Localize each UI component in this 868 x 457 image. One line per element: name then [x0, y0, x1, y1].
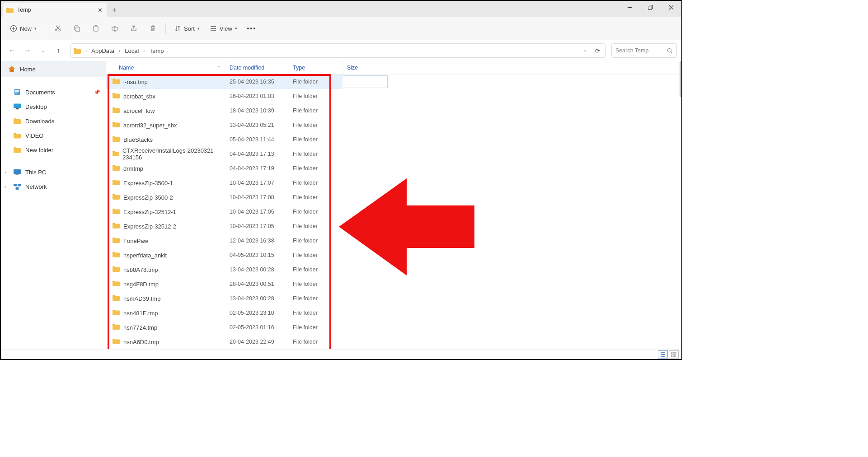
trash-icon — [149, 25, 156, 32]
sidebar-label: Documents — [25, 89, 55, 96]
new-tab-button[interactable]: ＋ — [107, 3, 122, 17]
table-row[interactable]: ~nsu.tmp25-04-2023 16:35File folder — [106, 75, 681, 89]
minimize-button[interactable] — [619, 1, 640, 14]
statusbar — [1, 349, 681, 359]
table-row[interactable]: nsb8A78.tmp13-04-2023 00:28File folder — [106, 262, 681, 277]
expander-icon[interactable]: › — [5, 170, 6, 175]
file-date: 26-04-2023 01:03 — [230, 93, 274, 99]
breadcrumb[interactable]: Temp — [149, 47, 165, 54]
paste-button[interactable] — [87, 21, 105, 36]
column-label: Type — [293, 65, 305, 71]
up-button[interactable]: ↑ — [52, 44, 65, 57]
rename-button[interactable] — [106, 21, 124, 36]
file-date: 28-04-2023 00:51 — [230, 281, 274, 287]
breadcrumb[interactable]: AppData — [90, 47, 115, 54]
table-row[interactable]: ExpressZip-32512-110-04-2023 17:05File f… — [106, 205, 681, 219]
table-row[interactable]: nsg4F8D.tmp28-04-2023 00:51File folder — [106, 277, 681, 291]
file-date: 20-04-2023 22:49 — [230, 339, 274, 345]
thumbnails-view-button[interactable] — [669, 350, 679, 359]
file-type: File folder — [293, 93, 318, 99]
table-row[interactable]: hsperfdata_ankit04-05-2023 10:15File fol… — [106, 248, 681, 262]
separator — [1, 81, 106, 81]
column-name[interactable]: Name˄ — [106, 61, 225, 74]
table-row[interactable]: nsnA6D0.tmp20-04-2023 22:49File folder — [106, 335, 681, 349]
cut-button[interactable] — [49, 21, 67, 36]
file-name: hsperfdata_ankit — [123, 252, 167, 259]
folder-icon — [113, 237, 120, 244]
folder-icon — [14, 132, 21, 139]
forward-button[interactable]: → — [21, 44, 34, 57]
file-name: ExpressZip-32512-1 — [123, 209, 176, 215]
folder-icon — [113, 208, 120, 215]
file-type: File folder — [293, 252, 318, 258]
file-type: File folder — [293, 266, 318, 273]
table-row[interactable]: nsn481E.tmp02-05-2023 23:10File folder — [106, 306, 681, 320]
maximize-button[interactable] — [640, 1, 661, 14]
recent-button[interactable]: ⌄ — [36, 44, 50, 57]
sidebar-network[interactable]: › Network — [1, 179, 106, 194]
table-row[interactable]: acrobat_sbx26-04-2023 01:03File folder — [106, 89, 681, 103]
sidebar-item[interactable]: Documents📌 — [1, 85, 106, 99]
paste-icon — [92, 25, 99, 32]
file-date: 13-04-2023 00:28 — [230, 266, 274, 273]
delete-button[interactable] — [144, 21, 162, 36]
sidebar-item[interactable]: VIDEO — [1, 128, 106, 143]
file-name: nsb8A78.tmp — [123, 266, 158, 273]
table-row[interactable]: nsmAD39.tmp13-04-2023 00:28File folder — [106, 291, 681, 306]
chevron-right-icon: › — [117, 48, 122, 53]
file-name: nsn7724.tmp — [123, 324, 157, 331]
copy-button[interactable] — [68, 21, 86, 36]
svg-point-25 — [668, 48, 671, 52]
column-type[interactable]: Type — [288, 61, 343, 74]
table-row[interactable]: ExpressZip-3500-210-04-2023 17:08File fo… — [106, 190, 681, 205]
svg-rect-30 — [671, 355, 673, 357]
file-date: 13-04-2023 00:28 — [230, 295, 274, 302]
sidebar-label: This PC — [25, 169, 46, 176]
window-tab[interactable]: Temp ✕ — [3, 3, 107, 17]
details-view-button[interactable] — [658, 350, 668, 359]
desktop-icon — [14, 103, 21, 110]
breadcrumb[interactable]: Local — [124, 47, 140, 54]
table-row[interactable]: acrocef_low18-04-2023 10:39File folder — [106, 103, 681, 118]
table-row[interactable]: nsn7724.tmp02-05-2023 01:16File folder — [106, 320, 681, 335]
table-row[interactable]: CTXReceiverInstallLogs-20230321-23415604… — [106, 147, 681, 161]
sidebar-item[interactable]: Desktop — [1, 99, 106, 114]
scrollbar[interactable] — [680, 61, 681, 97]
file-name: CTXReceiverInstallLogs-20230321-234156 — [122, 147, 221, 161]
file-name: drmtmp — [123, 165, 143, 172]
column-size[interactable]: Size — [343, 61, 388, 74]
table-row[interactable]: ExpressZip-32512-210-04-2023 17:05File f… — [106, 219, 681, 233]
sidebar-item[interactable]: New folder — [1, 143, 106, 157]
file-name: nsg4F8D.tmp — [123, 281, 159, 288]
folder-icon — [113, 179, 120, 187]
table-row[interactable]: ExpressZip-3500-110-04-2023 17:07File fo… — [106, 176, 681, 190]
sort-icon — [174, 25, 181, 32]
tab-close-icon[interactable]: ✕ — [97, 7, 103, 13]
search-input[interactable]: Search Temp — [611, 43, 677, 58]
table-row[interactable]: drmtmp04-04-2023 17:19File folder — [106, 161, 681, 176]
expander-icon[interactable]: › — [5, 184, 6, 189]
refresh-button[interactable]: ⟳ — [592, 47, 603, 54]
table-row[interactable]: FonePaw12-04-2023 16:38File folder — [106, 233, 681, 248]
column-date[interactable]: Date modified — [225, 61, 288, 74]
explorer-window: Temp ✕ ＋ New ▾ Sort ▾ — [0, 0, 682, 360]
file-date: 04-04-2023 17:19 — [230, 165, 274, 172]
address-bar[interactable]: › AppData › Local › Temp ⌄ ⟳ — [70, 43, 606, 58]
table-row[interactable]: BlueStacks05-04-2023 11:44File folder — [106, 132, 681, 147]
more-button[interactable]: ••• — [243, 21, 261, 36]
close-button[interactable] — [661, 1, 681, 14]
svg-rect-29 — [674, 352, 676, 354]
new-button[interactable]: New ▾ — [5, 21, 41, 36]
file-date: 10-04-2023 17:05 — [230, 223, 274, 229]
address-dropdown[interactable]: ⌄ — [581, 47, 590, 54]
sort-button[interactable]: Sort ▾ — [169, 21, 204, 36]
view-button[interactable]: View ▾ — [205, 21, 242, 36]
folder-icon — [113, 252, 120, 259]
sidebar-this-pc[interactable]: › This PC — [1, 165, 106, 179]
share-button[interactable] — [125, 21, 143, 36]
sidebar-home[interactable]: Home — [1, 61, 106, 77]
back-button[interactable]: ← — [5, 44, 19, 57]
table-row[interactable]: acrord32_super_sbx13-04-2023 05:21File f… — [106, 118, 681, 132]
rename-icon — [111, 25, 118, 32]
sidebar-item[interactable]: Downloads — [1, 114, 106, 128]
